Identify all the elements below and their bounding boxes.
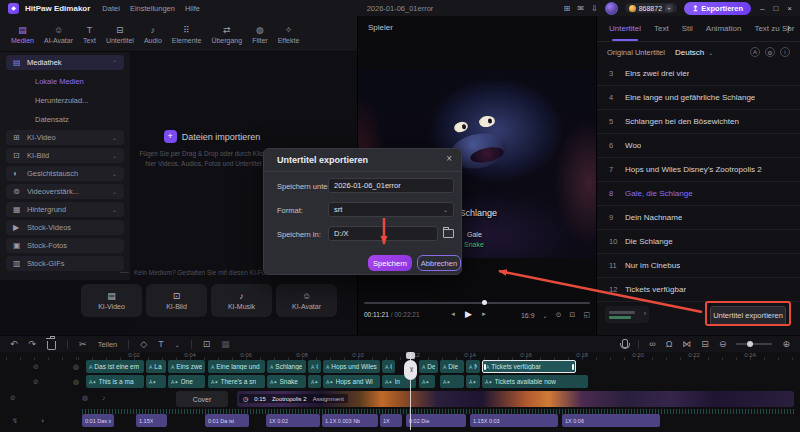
voice-clip[interactable]: 1X 0:06 (562, 414, 660, 427)
timeline-zoom-slider[interactable] (736, 343, 772, 345)
user-avatar[interactable] (605, 2, 618, 15)
sidebar-item[interactable]: ▣ Stock-Fotos (6, 238, 124, 253)
subtitle-clip[interactable]: A✦ (146, 375, 166, 388)
subtitle-clip[interactable]: A✦ One (168, 375, 205, 388)
voice-clip[interactable]: 1.15X (136, 414, 167, 427)
menu-item[interactable]: Einstellungen (130, 4, 175, 13)
save-as-input[interactable]: 2026-01-06_01error (328, 178, 454, 193)
mask-icon[interactable]: ◇ (140, 340, 147, 349)
subtitle-row[interactable]: 5 Schlangen bei den Bösewichten (597, 110, 800, 134)
toolbar-item[interactable]: ♪ Audio (139, 25, 167, 44)
ai-feature-button[interactable]: ☺ KI-Avatar (276, 284, 337, 317)
snapshot-icon[interactable]: ⊙ (556, 311, 562, 319)
sticker-tool-icon[interactable]: ▦ (221, 340, 230, 349)
split-label[interactable]: Teilen (98, 340, 118, 349)
browse-folder-button[interactable] (440, 226, 457, 241)
toolbar-item[interactable]: ▤ Medien (6, 25, 39, 44)
ai-feature-button[interactable]: ▤ KI-Video (81, 284, 142, 317)
toolbar-item[interactable]: T Text (78, 25, 101, 44)
undo-icon[interactable]: ↶ (10, 340, 18, 349)
layout-icon[interactable]: ⊞ (564, 4, 571, 13)
fit-timeline-icon[interactable]: ⊟ (701, 340, 709, 349)
track-lock-icon[interactable]: ⊘ (10, 394, 16, 402)
subtitle-clip[interactable]: A✦ (419, 375, 435, 388)
panel-tab[interactable]: Stil (682, 24, 693, 33)
link-icon[interactable]: ∞ (649, 340, 655, 349)
zoom-out-icon[interactable]: ⊖ (719, 340, 727, 349)
format-select[interactable]: srt ⌄ (328, 202, 454, 217)
zoom-in-icon[interactable]: ⊕ (782, 340, 790, 349)
panel-tab[interactable]: Untertitel (609, 24, 641, 33)
subtitle-clip[interactable]: A✦ (308, 375, 321, 388)
voice-clip[interactable]: 1X (380, 414, 402, 427)
toolbar-item[interactable]: ☺ AI-Avatar (39, 25, 78, 44)
subtitle-clip[interactable]: A La (146, 360, 166, 373)
close-button[interactable]: × (787, 4, 792, 13)
sidebar-item[interactable]: Herunterzulad... (6, 92, 124, 108)
translate-icon[interactable]: A (750, 47, 760, 57)
track-hide-icon[interactable]: ◍ (82, 394, 88, 402)
save-button[interactable]: Speichern (368, 255, 412, 271)
feedback-icon[interactable]: ✉ (577, 4, 584, 13)
export-subtitles-button[interactable]: Untertitel exportieren (710, 306, 786, 325)
panel-tab[interactable]: Text (654, 24, 669, 33)
voice-clip[interactable]: 1.15X 0:03 (470, 414, 558, 427)
subtitle-row[interactable]: 10 Die Schlange (597, 230, 800, 254)
microphone-icon[interactable] (622, 339, 628, 348)
track-audio-icon[interactable]: ♪ (102, 394, 106, 401)
trash-icon[interactable] (47, 341, 56, 350)
voice-clip[interactable]: 1.1X 0.003 Nb (322, 414, 378, 427)
panel-tab[interactable]: Animation (706, 24, 742, 33)
crop-tool-icon[interactable]: ⊡ (203, 340, 211, 349)
crop-icon[interactable]: ⊡ (570, 311, 576, 319)
export-video-button[interactable]: ↥ Exportieren (684, 2, 751, 15)
subtitle-clip[interactable]: A✦ There's a sn (208, 375, 265, 388)
zoom-slider-knob[interactable] (747, 341, 753, 347)
coins-pill[interactable]: 868872 + (625, 3, 677, 13)
text-tool-icon[interactable]: T (158, 340, 164, 349)
play-button[interactable]: ▶ (465, 309, 472, 319)
subtitle-row[interactable]: 6 Woo (597, 134, 800, 158)
toolbar-item[interactable]: ✧ Effekte (273, 25, 305, 44)
subtitle-clip[interactable]: A Das ist eine em (86, 360, 144, 373)
subtitle-clip[interactable]: A Eins zwei (168, 360, 205, 373)
subtitle-clip[interactable]: A Eine lange und (208, 360, 265, 373)
subtitle-row[interactable]: 4 Eine lange und gefährliche Schlange (597, 86, 800, 110)
subtitle-clip[interactable]: A De (419, 360, 438, 373)
settings-icon[interactable]: ⚙ (765, 47, 775, 57)
sidebar-item[interactable]: Lokale Medien (6, 73, 124, 89)
voice-clip[interactable]: 0:02 Die (406, 414, 466, 427)
voice-clip[interactable]: 0:01 Das ist ei (82, 414, 114, 427)
menu-item[interactable]: Datei (102, 4, 120, 13)
subtitle-clip[interactable]: A Hops und Wiles (323, 360, 380, 373)
info-icon[interactable]: i (780, 47, 790, 57)
download-icon[interactable]: ⇩ (591, 4, 598, 13)
subtitle-clip[interactable]: A G (308, 360, 321, 373)
cancel-button[interactable]: Abbrechen (417, 255, 461, 271)
menu-item[interactable]: Hilfe (185, 4, 200, 13)
subtitle-clip[interactable]: A✦ Snake (267, 375, 306, 388)
dialog-close-button[interactable]: × (446, 153, 452, 164)
voice-clip[interactable]: 1X 0:02 (266, 414, 320, 427)
save-in-input[interactable]: D:/X (328, 226, 438, 241)
redo-icon[interactable]: ↷ (29, 340, 37, 349)
sidebar-item[interactable]: ⊚ Videoverstärk... ⌄ (6, 184, 124, 199)
subtitle-row[interactable]: 8 Gale, die Schlange (597, 182, 800, 206)
sidebar-item[interactable]: ◐ Gesichtstausch ⌄ (6, 166, 124, 181)
previous-frame-button[interactable]: ◄ (450, 311, 456, 317)
tabs-overflow-icon[interactable]: › (787, 22, 790, 33)
toolbar-item[interactable]: ⇄ Übergang (206, 25, 247, 44)
voice-clip[interactable]: 0:01 Da ist (205, 414, 249, 427)
subtitle-row[interactable]: 9 Dein Nachname (597, 206, 800, 230)
subtitle-clip[interactable]: A✦ Hops and Wi (323, 375, 380, 388)
subtitle-clip[interactable]: A✦ Tickets available now (482, 375, 588, 388)
ai-feature-button[interactable]: ♪ KI-Musik (211, 284, 272, 317)
magnet-icon[interactable]: Ω (666, 340, 673, 349)
subtitle-row[interactable]: 11 Nur im Cinebus (597, 254, 800, 278)
toolbar-item[interactable]: ⊟ Untertitel (101, 25, 139, 44)
subtitle-row[interactable]: 12 Tickets verfügbar (597, 278, 800, 302)
player-progress-knob[interactable] (482, 300, 487, 305)
language-selector[interactable]: Deutsch (675, 48, 704, 57)
minimize-button[interactable]: – (760, 4, 764, 13)
subtitle-clip[interactable]: A✦ (466, 375, 480, 388)
